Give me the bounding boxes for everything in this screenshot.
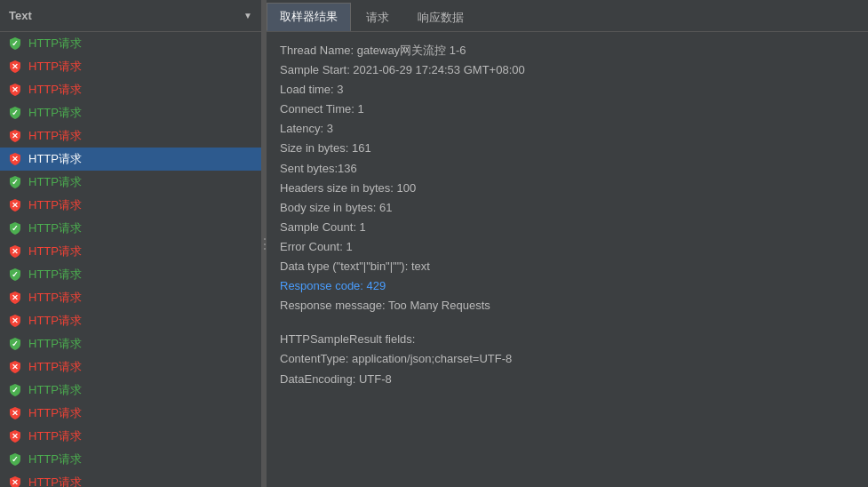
list-item[interactable]: ✕ HTTP请求 xyxy=(0,194,261,217)
item-label: HTTP请求 xyxy=(28,428,82,444)
shield-green-icon: ✓ xyxy=(7,451,23,467)
response-message-line: Response message: Too Many Requests xyxy=(280,296,855,315)
left-header: Text ▼ xyxy=(0,0,261,32)
item-label: HTTP请求 xyxy=(28,197,82,213)
data-encoding-line: DataEncoding: UTF-8 xyxy=(280,370,855,389)
svg-text:✓: ✓ xyxy=(12,224,19,233)
svg-text:✕: ✕ xyxy=(12,62,19,71)
svg-text:✕: ✕ xyxy=(12,316,19,325)
tab-request[interactable]: 请求 xyxy=(353,4,402,31)
item-label: HTTP请求 xyxy=(28,244,82,259)
svg-text:✕: ✕ xyxy=(12,132,19,140)
item-label: HTTP请求 xyxy=(28,405,82,421)
list-container[interactable]: ✓ HTTP请求 ✕ HTTP请求 ✕ HTTP请求 ✓ HTTP请求 ✕ HT… xyxy=(0,32,261,487)
body-size-line: Body size in bytes: 61 xyxy=(280,198,855,218)
latency-line: Latency: 3 xyxy=(280,119,855,139)
content-type-line: ContentType: application/json;charset=UT… xyxy=(280,349,855,369)
shield-green-icon: ✓ xyxy=(7,267,23,283)
item-label: HTTP请求 xyxy=(28,151,82,167)
list-item[interactable]: ✕ HTTP请求 xyxy=(0,425,261,448)
shield-red-icon: ✕ xyxy=(7,197,23,213)
left-panel: Text ▼ ✓ HTTP请求 ✕ HTTP请求 ✕ HTTP请求 ✓ HTTP… xyxy=(0,0,262,487)
list-item[interactable]: ✓ HTTP请求 xyxy=(0,171,261,194)
shield-red-icon: ✕ xyxy=(7,151,23,167)
list-item[interactable]: ✓ HTTP请求 xyxy=(0,379,261,402)
list-item[interactable]: ✓ HTTP请求 xyxy=(0,217,261,240)
item-label: HTTP请求 xyxy=(28,174,82,190)
shield-red-icon: ✕ xyxy=(7,128,23,144)
list-item[interactable]: ✓ HTTP请求 xyxy=(0,101,261,124)
http-sample-result-line: HTTPSampleResult fields: xyxy=(280,330,855,349)
main-container: Text ▼ ✓ HTTP请求 ✕ HTTP请求 ✕ HTTP请求 ✓ HTTP… xyxy=(0,0,868,487)
list-item[interactable]: ✓ HTTP请求 xyxy=(0,32,261,55)
list-item[interactable]: ✕ HTTP请求 xyxy=(0,148,261,171)
shield-red-icon: ✕ xyxy=(7,359,23,375)
list-item[interactable]: ✕ HTTP请求 xyxy=(0,78,261,101)
list-item[interactable]: ✕ HTTP请求 xyxy=(0,309,261,332)
list-item[interactable]: ✕ HTTP请求 xyxy=(0,55,261,78)
dropdown-arrow-icon[interactable]: ▼ xyxy=(243,11,252,20)
tab-bar: 取样器结果请求响应数据 xyxy=(267,0,868,32)
shield-green-icon: ✓ xyxy=(7,36,23,52)
svg-text:✕: ✕ xyxy=(12,293,19,302)
thread-name-line: Thread Name: gateway网关流控 1-6 xyxy=(280,41,855,60)
sent-bytes-line: Sent bytes:136 xyxy=(280,159,855,179)
svg-text:✕: ✕ xyxy=(12,85,19,94)
svg-text:✓: ✓ xyxy=(12,270,19,279)
svg-text:✕: ✕ xyxy=(12,478,19,487)
shield-red-icon: ✕ xyxy=(7,244,23,259)
left-panel-title: Text xyxy=(9,9,32,22)
item-label: HTTP请求 xyxy=(28,128,82,144)
item-label: HTTP请求 xyxy=(28,336,82,352)
tab-response[interactable]: 响应数据 xyxy=(404,4,477,31)
svg-text:✕: ✕ xyxy=(12,409,19,418)
shield-green-icon: ✓ xyxy=(7,174,23,190)
item-label: HTTP请求 xyxy=(28,267,82,283)
svg-text:✕: ✕ xyxy=(12,432,19,441)
headers-size-line: Headers size in bytes: 100 xyxy=(280,179,855,198)
item-label: HTTP请求 xyxy=(28,36,82,52)
shield-green-icon: ✓ xyxy=(7,382,23,398)
item-label: HTTP请求 xyxy=(28,382,82,398)
size-bytes-line: Size in bytes: 161 xyxy=(280,139,855,158)
right-panel: 取样器结果请求响应数据 Thread Name: gateway网关流控 1-6… xyxy=(267,0,868,487)
list-item[interactable]: ✕ HTTP请求 xyxy=(0,355,261,379)
sample-count-line: Sample Count: 1 xyxy=(280,218,855,237)
list-item[interactable]: ✕ HTTP请求 xyxy=(0,471,261,487)
item-label: HTTP请求 xyxy=(28,475,82,487)
list-item[interactable]: ✕ HTTP请求 xyxy=(0,286,261,309)
item-label: HTTP请求 xyxy=(28,220,82,236)
item-label: HTTP请求 xyxy=(28,290,82,306)
list-item[interactable]: ✓ HTTP请求 xyxy=(0,332,261,355)
shield-red-icon: ✕ xyxy=(7,290,23,306)
item-label: HTTP请求 xyxy=(28,313,82,329)
list-item[interactable]: ✕ HTTP请求 xyxy=(0,240,261,263)
svg-text:✕: ✕ xyxy=(12,247,19,256)
list-item[interactable]: ✓ HTTP请求 xyxy=(0,448,261,471)
layout-row: Text ▼ ✓ HTTP请求 ✕ HTTP请求 ✕ HTTP请求 ✓ HTTP… xyxy=(0,0,868,487)
list-item[interactable]: ✓ HTTP请求 xyxy=(0,263,261,286)
error-count-line: Error Count: 1 xyxy=(280,237,855,257)
list-item[interactable]: ✕ HTTP请求 xyxy=(0,124,261,148)
shield-red-icon: ✕ xyxy=(7,313,23,329)
content-area: Thread Name: gateway网关流控 1-6 Sample Star… xyxy=(267,32,868,487)
data-type-line: Data type ("text"|"bin"|""): text xyxy=(280,257,855,276)
item-label: HTTP请求 xyxy=(28,105,82,121)
response-code-line: Response code: 429 xyxy=(280,276,855,296)
svg-text:✕: ✕ xyxy=(12,155,19,164)
shield-red-icon: ✕ xyxy=(7,82,23,98)
svg-text:✓: ✓ xyxy=(12,455,19,464)
sample-start-line: Sample Start: 2021-06-29 17:24:53 GMT+08… xyxy=(280,60,855,80)
svg-text:✕: ✕ xyxy=(12,201,19,210)
shield-green-icon: ✓ xyxy=(7,105,23,121)
panel-resizer[interactable] xyxy=(262,0,267,487)
tab-sampler[interactable]: 取样器结果 xyxy=(267,3,351,31)
shield-red-icon: ✕ xyxy=(7,405,23,421)
section-gap xyxy=(280,315,855,330)
svg-text:✓: ✓ xyxy=(12,386,19,395)
svg-text:✓: ✓ xyxy=(12,339,19,348)
svg-text:✓: ✓ xyxy=(12,108,19,117)
svg-text:✓: ✓ xyxy=(12,178,19,187)
svg-text:✓: ✓ xyxy=(12,39,19,48)
list-item[interactable]: ✕ HTTP请求 xyxy=(0,402,261,425)
